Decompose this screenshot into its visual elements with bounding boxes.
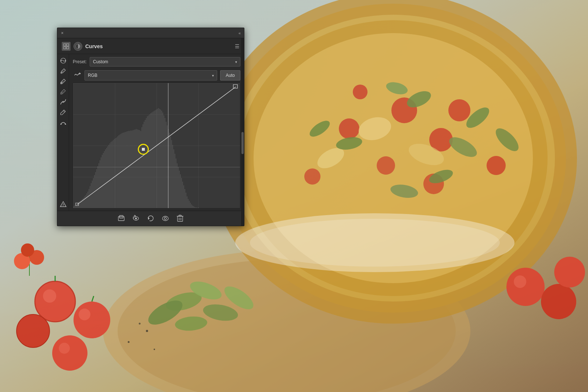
svg-point-60 bbox=[139, 323, 141, 325]
svg-point-39 bbox=[79, 309, 90, 320]
visibility-icon bbox=[161, 215, 169, 222]
curve-pen-icon bbox=[60, 99, 67, 105]
curve-control-point[interactable] bbox=[138, 144, 149, 155]
gray-eyedropper-tool[interactable] bbox=[59, 77, 68, 86]
svg-rect-62 bbox=[67, 44, 69, 46]
brush-edit-tool[interactable] bbox=[59, 108, 68, 117]
curves-canvas[interactable] bbox=[73, 83, 240, 208]
reset-button[interactable] bbox=[146, 214, 155, 223]
channel-icon-svg bbox=[74, 72, 81, 79]
preset-label: Preset: bbox=[73, 59, 87, 64]
curve-line-svg bbox=[73, 83, 240, 208]
svg-point-44 bbox=[59, 343, 70, 354]
svg-rect-199 bbox=[233, 85, 237, 88]
svg-point-15 bbox=[353, 85, 368, 99]
control-point-inner bbox=[142, 148, 145, 151]
auto-button[interactable]: Auto bbox=[220, 70, 240, 81]
half-circle-svg bbox=[75, 44, 80, 49]
svg-rect-200 bbox=[76, 203, 79, 206]
gray-eyedropper-icon bbox=[60, 78, 66, 84]
svg-point-58 bbox=[128, 341, 130, 343]
smooth-curve-tool[interactable] bbox=[59, 118, 68, 127]
panel-title: Curves bbox=[85, 43, 103, 49]
curves-area[interactable] bbox=[73, 83, 240, 209]
auto-button-label: Auto bbox=[226, 73, 235, 78]
svg-marker-82 bbox=[79, 72, 81, 75]
channel-value: RGB bbox=[88, 73, 97, 78]
properties-panel: × « Curves ☰ bbox=[57, 28, 244, 226]
svg-point-51 bbox=[506, 268, 545, 306]
svg-line-197 bbox=[77, 87, 236, 204]
histogram-divider bbox=[73, 167, 240, 167]
svg-point-204 bbox=[135, 218, 137, 220]
panel-titlebar: × « bbox=[57, 28, 244, 38]
svg-point-59 bbox=[154, 349, 155, 350]
svg-rect-72 bbox=[61, 82, 62, 84]
panel-header-left: Curves bbox=[62, 42, 103, 51]
svg-marker-206 bbox=[148, 217, 150, 220]
previous-state-button[interactable] bbox=[132, 214, 140, 223]
smooth-icon bbox=[60, 119, 67, 126]
channel-row: RGB ▾ Auto bbox=[69, 69, 244, 83]
svg-line-73 bbox=[62, 91, 64, 93]
svg-point-10 bbox=[377, 156, 395, 175]
white-eyedropper-tool[interactable] bbox=[59, 67, 68, 75]
preset-value: Custom bbox=[93, 59, 108, 64]
svg-line-76 bbox=[63, 111, 65, 112]
svg-point-207 bbox=[162, 216, 168, 221]
panel-close-button[interactable]: × bbox=[61, 31, 64, 36]
panel-body: Preset: Custom ▾ RGB ▾ bbox=[57, 54, 244, 211]
clip-layer-icon bbox=[118, 215, 125, 222]
svg-point-11 bbox=[448, 99, 470, 121]
svg-line-69 bbox=[62, 71, 64, 72]
svg-rect-61 bbox=[64, 44, 66, 46]
warning-icon bbox=[60, 201, 67, 207]
black-eyedropper-icon bbox=[60, 89, 66, 95]
svg-point-43 bbox=[52, 335, 87, 371]
targeted-adj-icon bbox=[60, 57, 67, 64]
grid-icon-svg bbox=[63, 43, 69, 49]
preset-dropdown[interactable]: Custom ▾ bbox=[90, 57, 240, 67]
curve-pen-tool[interactable] bbox=[59, 97, 68, 106]
svg-point-53 bbox=[541, 284, 576, 319]
panel-header: Curves ☰ bbox=[57, 38, 244, 54]
svg-point-8 bbox=[339, 118, 359, 139]
svg-rect-213 bbox=[179, 215, 181, 216]
svg-point-52 bbox=[514, 275, 526, 288]
svg-point-36 bbox=[43, 289, 56, 303]
delete-layer-button[interactable] bbox=[176, 214, 184, 223]
reset-icon bbox=[147, 215, 154, 222]
channel-icon bbox=[73, 71, 82, 80]
brush-edit-icon bbox=[60, 109, 66, 115]
trash-icon bbox=[177, 215, 183, 222]
channel-dropdown[interactable]: RGB ▾ bbox=[85, 70, 217, 81]
black-eyedropper-tool[interactable] bbox=[59, 87, 68, 96]
svg-rect-64 bbox=[67, 47, 69, 49]
previous-state-icon bbox=[132, 215, 140, 222]
svg-point-56 bbox=[250, 219, 500, 267]
left-tools-panel bbox=[57, 54, 69, 211]
svg-rect-63 bbox=[64, 47, 66, 49]
bottom-toolbar bbox=[57, 211, 244, 226]
right-content-area: Preset: Custom ▾ RGB ▾ bbox=[69, 54, 244, 211]
svg-point-57 bbox=[146, 330, 148, 332]
svg-point-50 bbox=[21, 243, 34, 257]
svg-rect-74 bbox=[61, 93, 62, 94]
panel-menu-icon[interactable]: ☰ bbox=[235, 43, 240, 49]
scrollbar-thumb[interactable] bbox=[241, 132, 244, 154]
targeted-adjustment-tool[interactable] bbox=[59, 56, 68, 65]
curves-layer-icon[interactable] bbox=[74, 42, 82, 51]
preset-row: Preset: Custom ▾ bbox=[69, 54, 244, 69]
panel-collapse-button[interactable]: « bbox=[239, 31, 240, 35]
svg-point-14 bbox=[487, 156, 506, 175]
adjustment-layers-icon[interactable] bbox=[62, 42, 71, 51]
panel-scrollbar[interactable] bbox=[241, 38, 244, 226]
clip-to-layer-button[interactable] bbox=[117, 214, 126, 223]
channel-dropdown-arrow: ▾ bbox=[212, 74, 214, 78]
svg-point-38 bbox=[74, 302, 110, 338]
preset-dropdown-arrow: ▾ bbox=[235, 60, 237, 64]
svg-marker-205 bbox=[135, 215, 136, 217]
svg-point-208 bbox=[164, 217, 166, 220]
warning-tool[interactable] bbox=[59, 200, 68, 209]
visibility-toggle-button[interactable] bbox=[161, 214, 170, 223]
